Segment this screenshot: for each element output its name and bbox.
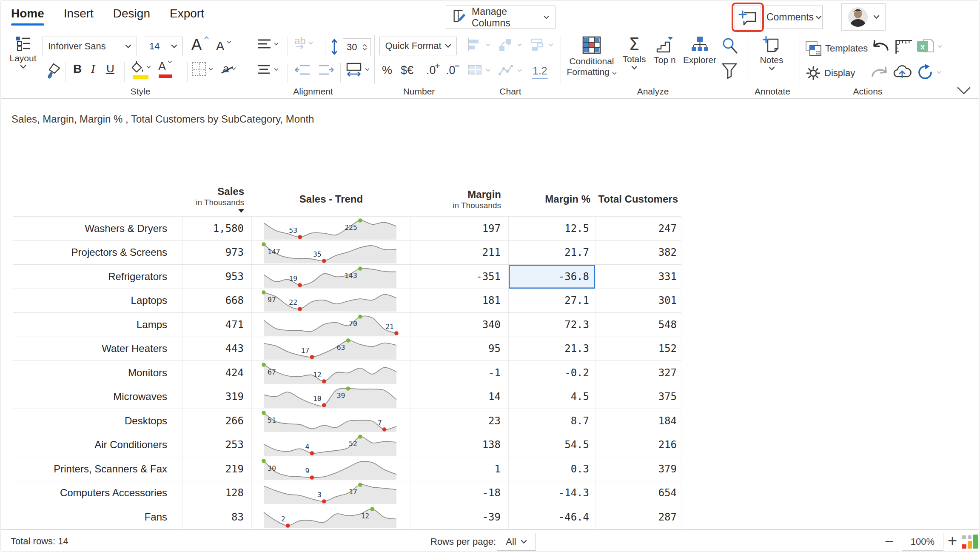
bar-chart-button[interactable] — [467, 37, 490, 52]
grow-font-button[interactable]: A — [191, 36, 209, 54]
borders-button[interactable] — [192, 62, 213, 76]
cell-margin[interactable]: 1 — [410, 457, 509, 481]
ruler-button[interactable] — [893, 37, 913, 54]
cell-subcategory[interactable]: Projectors & Screens — [13, 241, 183, 265]
cell-subcategory[interactable]: Water Heaters — [13, 337, 183, 361]
collapse-ribbon-button[interactable] — [956, 86, 971, 95]
manage-columns-button[interactable]: Manage Columns — [446, 6, 556, 29]
cell-margin-pct[interactable]: 0.3 — [509, 457, 595, 481]
tab-export[interactable]: Export — [170, 7, 204, 26]
cell-sales-trend[interactable]: 14735 — [252, 241, 410, 265]
cell-subcategory[interactable]: Microwaves — [13, 385, 183, 409]
cell-margin-pct[interactable]: 12.5 — [509, 217, 595, 240]
format-painter-button[interactable] — [44, 62, 61, 81]
conditional-formatting-button[interactable]: Conditional Formatting — [566, 36, 618, 77]
column-width-button[interactable] — [345, 62, 370, 77]
cell-margin-pct[interactable]: 54.5 — [509, 433, 595, 457]
undo-button[interactable] — [870, 38, 890, 53]
cell-margin[interactable]: -1 — [410, 361, 509, 385]
user-avatar-button[interactable] — [841, 3, 886, 31]
number-format-1-2-button[interactable]: 1.2 — [532, 65, 548, 79]
combo-chart-button[interactable] — [499, 37, 522, 52]
cell-subcategory[interactable]: Fans — [13, 505, 183, 529]
cell-margin[interactable]: 23 — [410, 409, 509, 433]
cell-sales[interactable]: 253 — [183, 433, 252, 457]
shrink-font-button[interactable]: A — [216, 39, 231, 53]
cell-margin-pct-selected[interactable]: -36.8 — [509, 265, 595, 289]
cell-sales[interactable]: 443 — [183, 337, 252, 361]
cell-margin-pct[interactable]: 21.7 — [509, 241, 595, 265]
cell-sales[interactable]: 219 — [183, 457, 252, 481]
export-excel-button[interactable]: x — [915, 37, 942, 55]
fill-color-button[interactable] — [130, 60, 151, 79]
rows-per-page-select[interactable]: All — [497, 533, 536, 551]
cell-sales-trend[interactable]: 524 — [252, 433, 410, 457]
cell-margin-pct[interactable]: 27.1 — [509, 289, 595, 313]
stepper-arrows[interactable] — [362, 44, 367, 51]
header-margin-pct[interactable]: Margin % — [509, 193, 595, 205]
vertical-align-button[interactable] — [257, 38, 279, 49]
comments-button[interactable]: Comments — [766, 6, 823, 29]
cell-total-customers[interactable]: 327 — [595, 361, 681, 385]
cell-sales[interactable]: 83 — [183, 505, 252, 529]
cell-total-customers[interactable]: 375 — [595, 385, 681, 409]
cell-margin-pct[interactable]: 8.7 — [509, 409, 595, 433]
cell-sales-trend[interactable]: 14319 — [252, 265, 410, 289]
cell-sales-trend[interactable]: 517 — [252, 409, 410, 433]
cell-margin-pct[interactable]: -46.4 — [509, 505, 595, 529]
templates-button[interactable]: Templates — [805, 40, 868, 57]
cell-margin-pct[interactable]: -0.2 — [509, 361, 595, 385]
zoom-in-button[interactable]: + — [948, 532, 957, 550]
cell-margin[interactable]: -351 — [410, 265, 509, 289]
cell-margin[interactable]: 138 — [410, 433, 509, 457]
strikethrough-button[interactable]: a — [223, 62, 236, 75]
bold-button[interactable]: B — [73, 62, 82, 76]
cell-subcategory[interactable]: Refrigerators — [13, 265, 183, 289]
cell-sales-trend[interactable]: 122 — [252, 505, 410, 529]
cell-subcategory[interactable]: Printers, Scanners & Fax — [13, 457, 183, 481]
cell-sales-trend[interactable]: 173 — [252, 481, 410, 505]
cell-total-customers[interactable]: 331 — [595, 265, 681, 289]
cell-margin-pct[interactable]: -14.3 — [509, 481, 595, 505]
cell-margin[interactable]: 14 — [410, 385, 509, 409]
underline-button[interactable]: U — [106, 62, 114, 75]
notes-button[interactable]: Notes — [753, 36, 790, 71]
cell-subcategory[interactable]: Monitors — [13, 361, 183, 385]
cell-total-customers[interactable]: 152 — [595, 337, 681, 361]
layout-button[interactable]: Layout — [6, 35, 40, 69]
cell-subcategory[interactable]: Laptops — [13, 289, 183, 313]
cell-margin-pct[interactable]: 21.3 — [509, 337, 595, 361]
cell-sales[interactable]: 668 — [183, 289, 252, 313]
cell-total-customers[interactable]: 216 — [595, 433, 681, 457]
cell-subcategory[interactable]: Air Conditioners — [13, 433, 183, 457]
cell-sales[interactable]: 128 — [183, 481, 252, 505]
refresh-button[interactable] — [916, 64, 941, 81]
header-margin[interactable]: Margin in Thousands — [410, 189, 509, 210]
waterfall-chart-button[interactable] — [530, 37, 553, 52]
cell-sales[interactable]: 953 — [183, 265, 252, 289]
cell-sales-trend[interactable]: 7021 — [252, 313, 410, 337]
cell-subcategory[interactable]: Lamps — [13, 313, 183, 337]
wrap-text-button[interactable]: ab — [294, 37, 313, 49]
top-n-button[interactable]: Top n — [651, 36, 679, 65]
cell-total-customers[interactable]: 379 — [595, 457, 681, 481]
explorer-button[interactable]: Explorer — [681, 36, 719, 65]
cell-sales[interactable]: 424 — [183, 361, 252, 385]
cell-sales-trend[interactable]: 6317 — [252, 337, 410, 361]
header-sales[interactable]: Sales in Thousands — [183, 186, 252, 213]
cell-margin[interactable]: 95 — [410, 337, 509, 361]
filter-button[interactable] — [721, 62, 738, 80]
cell-sales[interactable]: 266 — [183, 409, 252, 433]
cloud-upload-button[interactable] — [892, 63, 913, 79]
totals-button[interactable]: Σ Totals — [620, 36, 648, 70]
cell-margin[interactable]: 340 — [410, 313, 509, 337]
cell-sales-trend[interactable]: 6712 — [252, 361, 410, 385]
cell-margin[interactable]: -18 — [410, 481, 509, 505]
add-comment-button[interactable] — [735, 5, 761, 29]
cell-margin[interactable]: -39 — [410, 505, 509, 529]
increase-indent-button[interactable] — [318, 64, 334, 76]
cell-margin[interactable]: 181 — [410, 289, 509, 313]
search-button[interactable] — [721, 37, 739, 55]
cell-sales-trend[interactable]: 309 — [252, 457, 410, 481]
line-chart-button[interactable] — [499, 63, 522, 77]
